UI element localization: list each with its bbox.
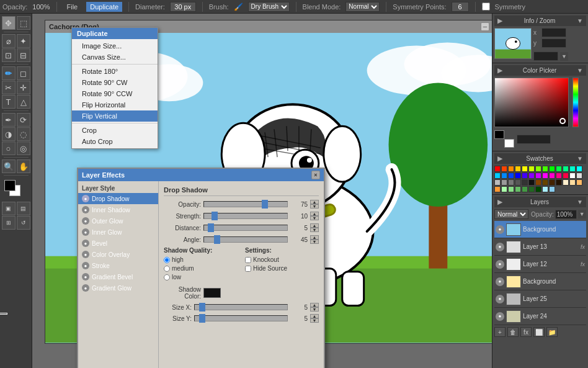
fg-color-swatch[interactable] bbox=[4, 180, 16, 191]
layers-blend-select[interactable]: Normal bbox=[494, 209, 528, 219]
layer-eye[interactable]: ● bbox=[496, 243, 504, 251]
layer-group-button[interactable]: 📁 bbox=[546, 327, 558, 337]
swatch-cell[interactable] bbox=[515, 186, 521, 192]
le-size-x-up[interactable]: ▲ bbox=[310, 303, 319, 307]
swatch-cell[interactable] bbox=[549, 179, 555, 186]
swatch-cell[interactable] bbox=[501, 166, 507, 172]
swatch-cell[interactable] bbox=[494, 186, 501, 192]
ls-gradient-bevel[interactable]: ● Gradient Bevel bbox=[78, 271, 158, 282]
swatch-cell[interactable] bbox=[556, 179, 562, 186]
swatch-cell[interactable] bbox=[549, 173, 555, 179]
swatch-cell[interactable] bbox=[528, 179, 535, 186]
swatch-cell[interactable] bbox=[528, 173, 535, 179]
quick-mask-on[interactable]: ▤ bbox=[17, 202, 30, 215]
le-angle-up[interactable]: ▲ bbox=[310, 235, 319, 240]
swatch-cell[interactable] bbox=[515, 166, 521, 172]
ls-eye-gradient-glow[interactable]: ● bbox=[82, 284, 89, 292]
layer-eye[interactable]: ● bbox=[496, 295, 504, 303]
swatch-cell[interactable] bbox=[501, 173, 507, 179]
menu-rotate-90ccw[interactable]: Rotate 90° CCW bbox=[72, 88, 158, 99]
color-gradient-picker[interactable] bbox=[494, 78, 569, 127]
le-size-x-slider[interactable] bbox=[194, 304, 288, 310]
color-picker-collapse[interactable]: ▼ bbox=[577, 67, 583, 74]
ls-eye-gradient-bevel[interactable]: ● bbox=[82, 273, 89, 280]
le-size-y-down[interactable]: ▼ bbox=[310, 318, 319, 323]
le-hide-source-check[interactable] bbox=[245, 266, 251, 272]
swatch-cell[interactable] bbox=[569, 179, 576, 186]
screen-mode[interactable]: ⊞ bbox=[2, 216, 16, 230]
burn-tool[interactable]: ◑ bbox=[2, 127, 16, 141]
menu-auto-crop[interactable]: Auto Crop bbox=[72, 136, 158, 147]
swatch-cell[interactable] bbox=[501, 179, 507, 186]
swatch-cell[interactable] bbox=[556, 173, 562, 179]
swatch-cell[interactable] bbox=[556, 166, 562, 172]
le-knockout-check[interactable] bbox=[245, 257, 251, 263]
lasso-tool[interactable]: ⌀ bbox=[2, 34, 16, 48]
ls-eye-inner-glow[interactable]: ● bbox=[82, 228, 89, 236]
swatch-cell[interactable] bbox=[576, 166, 582, 172]
swatch-cell[interactable] bbox=[535, 186, 541, 192]
swatch-cell[interactable] bbox=[515, 179, 521, 186]
menu-rotate-90cw[interactable]: Rotate 90° CW bbox=[72, 77, 158, 88]
ls-eye-inner-shadow[interactable]: ● bbox=[82, 206, 89, 213]
zoom-dropdown-btn[interactable]: ▼ bbox=[560, 52, 568, 61]
swatch-cell[interactable] bbox=[522, 186, 528, 192]
swatch-cell[interactable] bbox=[528, 166, 535, 172]
le-quality-low-radio[interactable] bbox=[164, 274, 170, 280]
swatches-collapse[interactable]: ▼ bbox=[577, 155, 583, 162]
layer-mask-button[interactable]: ⬜ bbox=[533, 327, 545, 337]
ls-drop-shadow[interactable]: ● Drop Shadow bbox=[78, 193, 158, 204]
eraser-tool[interactable]: ◻ bbox=[17, 66, 30, 80]
ls-stroke[interactable]: ● Stroke bbox=[78, 260, 158, 271]
swatch-cell[interactable] bbox=[576, 179, 582, 186]
info-zoom-collapse[interactable]: ▼ bbox=[577, 17, 583, 24]
ls-outer-glow[interactable]: ● Outer Glow bbox=[78, 215, 158, 227]
ls-bevel[interactable]: ● Bevel bbox=[78, 238, 158, 249]
ls-gradient-glow[interactable]: ● Gradient Glow bbox=[78, 282, 158, 294]
le-opacity-up[interactable]: ▲ bbox=[310, 200, 319, 204]
swatch-cell[interactable] bbox=[494, 166, 501, 172]
le-strength-slider[interactable] bbox=[203, 213, 288, 219]
color-hex-input[interactable]: 000000 bbox=[517, 135, 551, 144]
blur-tool[interactable]: ◌ bbox=[17, 127, 30, 141]
x-coord-input[interactable] bbox=[541, 28, 566, 37]
swatch-cell[interactable] bbox=[542, 179, 548, 186]
layers-opacity-input[interactable] bbox=[555, 210, 577, 219]
le-shadow-color-swatch[interactable] bbox=[203, 288, 221, 298]
layer-row[interactable]: ● Background bbox=[494, 273, 586, 290]
swatch-cell[interactable] bbox=[535, 166, 541, 172]
swatch-cell[interactable] bbox=[522, 166, 528, 172]
swatch-cell[interactable] bbox=[508, 173, 514, 179]
add-layer-button[interactable]: + bbox=[494, 327, 506, 337]
ls-eye-color-overlay[interactable]: ● bbox=[82, 251, 89, 258]
swatch-cell[interactable] bbox=[494, 179, 501, 186]
layer-eye[interactable]: ● bbox=[496, 312, 504, 321]
swatch-cell[interactable] bbox=[549, 186, 555, 192]
ls-eye-outer-glow[interactable]: ● bbox=[82, 217, 89, 225]
hand-tool[interactable]: ✋ bbox=[17, 159, 30, 173]
brush-select[interactable]: Dry Brush bbox=[248, 2, 290, 12]
le-size-y-up[interactable]: ▲ bbox=[310, 314, 319, 318]
slice-tool[interactable]: ⊟ bbox=[17, 48, 30, 62]
layer-eye[interactable]: ● bbox=[496, 225, 504, 234]
swatch-cell[interactable] bbox=[508, 179, 514, 186]
swatch-cell[interactable] bbox=[563, 173, 569, 179]
bg-color-box[interactable] bbox=[504, 139, 514, 148]
symmetry-input[interactable] bbox=[452, 2, 469, 12]
swatch-cell[interactable] bbox=[535, 173, 541, 179]
y-coord-input[interactable] bbox=[541, 38, 566, 48]
zoom-input[interactable]: 100% bbox=[533, 52, 558, 61]
sponge-tool[interactable]: ◎ bbox=[17, 141, 30, 155]
ls-color-overlay[interactable]: ● Color Overlay bbox=[78, 249, 158, 260]
layer-fx-button[interactable]: fx bbox=[520, 327, 532, 337]
swatch-cell[interactable] bbox=[563, 166, 569, 172]
swatch-cell[interactable] bbox=[508, 186, 514, 192]
blend-mode-select[interactable]: Normal bbox=[345, 2, 380, 12]
layer-row[interactable]: ● Layer 24 bbox=[494, 308, 586, 325]
swatch-cell[interactable] bbox=[542, 186, 548, 192]
ls-eye-bevel[interactable]: ● bbox=[82, 240, 89, 247]
wand-tool[interactable]: ✦ bbox=[17, 34, 30, 48]
heal-tool[interactable]: ✛ bbox=[17, 81, 30, 94]
ls-eye-stroke[interactable]: ● bbox=[82, 262, 89, 269]
menu-rotate-180[interactable]: Rotate 180° bbox=[72, 66, 158, 77]
